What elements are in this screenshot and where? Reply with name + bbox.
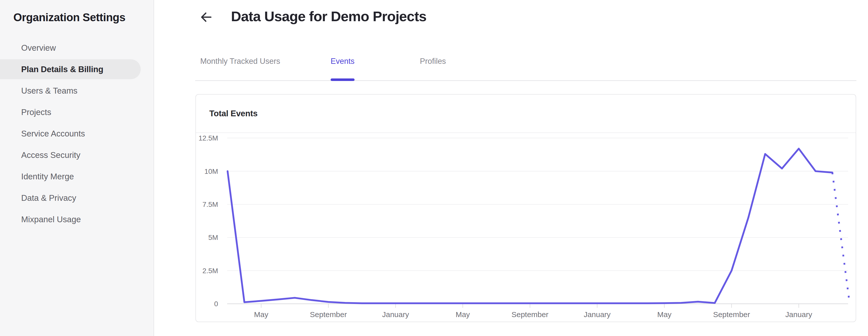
- tab-bar: Monthly Tracked Users Events Profiles: [195, 53, 857, 81]
- sidebar-title: Organization Settings: [13, 11, 125, 24]
- svg-text:September: September: [310, 310, 347, 318]
- sidebar-item-service-accounts[interactable]: Service Accounts: [0, 124, 141, 144]
- svg-text:January: January: [382, 310, 409, 318]
- svg-text:12.5M: 12.5M: [198, 134, 218, 142]
- svg-text:May: May: [456, 310, 470, 318]
- tab-monthly-tracked-users[interactable]: Monthly Tracked Users: [200, 57, 280, 66]
- total-events-card: Total Events 12.5M10M7.5M5M2.5M0MaySepte…: [195, 94, 856, 322]
- svg-text:January: January: [584, 310, 611, 318]
- svg-text:May: May: [254, 310, 268, 318]
- app-window: Organization Settings Overview Plan Deta…: [0, 0, 868, 336]
- svg-text:2.5M: 2.5M: [203, 267, 218, 275]
- sidebar: Organization Settings Overview Plan Deta…: [0, 0, 154, 336]
- sidebar-item-data-privacy[interactable]: Data & Privacy: [0, 188, 141, 208]
- tab-profiles[interactable]: Profiles: [420, 57, 446, 66]
- svg-text:0: 0: [214, 300, 218, 308]
- sidebar-item-access-security[interactable]: Access Security: [0, 145, 141, 165]
- page-title: Data Usage for Demo Projects: [231, 8, 427, 25]
- svg-text:7.5M: 7.5M: [203, 201, 218, 208]
- svg-text:September: September: [512, 310, 549, 318]
- svg-text:10M: 10M: [204, 167, 218, 175]
- card-header: Total Events: [196, 95, 856, 133]
- svg-text:May: May: [657, 310, 672, 318]
- page-header: Data Usage for Demo Projects: [155, 0, 868, 33]
- back-button[interactable]: [199, 10, 213, 24]
- tab-events[interactable]: Events: [331, 57, 354, 66]
- sidebar-item-overview[interactable]: Overview: [0, 38, 141, 58]
- svg-text:January: January: [785, 310, 812, 318]
- svg-text:5M: 5M: [208, 234, 218, 241]
- sidebar-item-projects[interactable]: Projects: [0, 102, 141, 122]
- sidebar-item-identity-merge[interactable]: Identity Merge: [0, 166, 141, 186]
- sidebar-nav: Overview Plan Details & Billing Users & …: [0, 38, 154, 231]
- svg-text:September: September: [713, 310, 750, 318]
- sidebar-item-users-teams[interactable]: Users & Teams: [0, 81, 141, 101]
- arrow-left-icon: [199, 10, 213, 24]
- sidebar-item-plan-details-billing[interactable]: Plan Details & Billing: [0, 59, 141, 79]
- main-content: Data Usage for Demo Projects Monthly Tra…: [155, 0, 868, 336]
- sidebar-item-mixpanel-usage[interactable]: Mixpanel Usage: [0, 209, 141, 229]
- chart-title: Total Events: [209, 109, 257, 118]
